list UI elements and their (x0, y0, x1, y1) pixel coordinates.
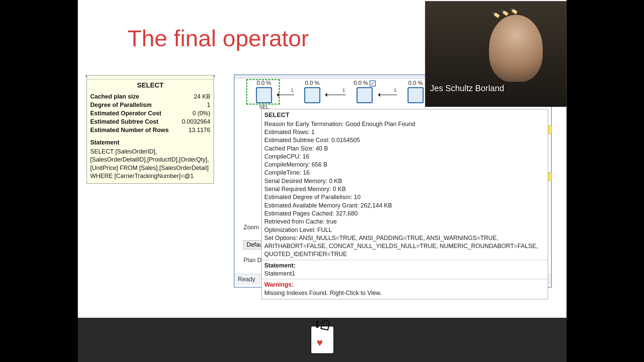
presenter-silhouette (489, 15, 543, 82)
operator-cost-pct: 0.0 % (292, 80, 332, 86)
tooltip-row-key: Estimated Number of Rows (90, 127, 169, 134)
tooltip-row: Estimated Operator Cost0 (0%) (87, 109, 214, 118)
details-line: Estimated Subtree Cost: 0.0164505 (262, 136, 548, 144)
details-line: CompileCPU: 16 (262, 153, 548, 161)
details-header: SELECT (262, 109, 548, 120)
details-line: Estimated Pages Cached: 327,680 (262, 209, 548, 218)
webcam-overlay: 🏷️ 🏷️ 🏷️ Jes Schultz Borland (425, 1, 567, 107)
details-line: Retrieved from Cache: true (262, 218, 548, 226)
details-warnings-label: Warnings: (262, 281, 548, 289)
zoom-label: Zoom (244, 224, 259, 231)
details-line: Estimated Available Memory Grant: 262,14… (262, 201, 548, 209)
tooltip-row-value: 0 (0%) (193, 110, 210, 117)
details-line: Estimated Rows: 1 (262, 128, 548, 136)
tooltip-row-value: 24 KB (194, 93, 210, 100)
operator-icon (357, 87, 373, 103)
select-operator-icon (256, 87, 272, 103)
footer-bar: ♥ (78, 318, 567, 362)
plan-arrow: 1 (379, 95, 397, 95)
details-line: Optimization Level: FULL (262, 226, 548, 234)
operator-cost-pct: 0.0 % (344, 80, 385, 86)
details-line: CompileTime: 16 (262, 169, 548, 177)
plan-arrow: 1 (277, 95, 294, 95)
operator-tooltip: SELECT Cached plan size24 KBDegree of Pa… (87, 75, 214, 184)
operator-details-tooltip: SELECT Reason for Early Termination: Goo… (261, 109, 548, 299)
plan-arrow: 1 (326, 95, 346, 95)
plan-operator[interactable]: 0.0 % (292, 80, 332, 103)
tooltip-row-key: Degree of Parallelism (90, 102, 152, 109)
tooltip-row: Cached plan size24 KB (87, 93, 214, 101)
details-line: Serial Desired Memory: 0 KB (262, 177, 548, 185)
details-line: Serial Required Memory: 0 KB (262, 185, 548, 193)
tooltip-statement-body: SELECT [SalesOrderID],[SalesOrderDetailI… (87, 147, 214, 183)
tooltip-header: SELECT (87, 79, 214, 93)
tooltip-row-key: Estimated Operator Cost (90, 110, 161, 117)
checkmark-icon (370, 80, 376, 86)
details-statement-label: Statement: (264, 262, 296, 269)
details-line: Set Options: ANSI_NULLS=TRUE, ANSI_PADDI… (262, 234, 548, 258)
details-line: Cached Plan Size: 40 B (262, 144, 548, 153)
tooltip-cropped-row (87, 75, 214, 79)
truncated-tooltip-edge (548, 172, 552, 181)
tooltip-row-value: 1 (207, 102, 210, 109)
details-statement-value: Statement1 (262, 269, 548, 278)
plan-tab[interactable]: Plan D (244, 257, 262, 264)
details-line: Reason for Early Termination: Good Enoug… (262, 120, 548, 128)
tooltip-row-key: Estimated Subtree Cost (90, 118, 158, 125)
truncated-tooltip-edge (548, 125, 552, 134)
details-warnings-value: Missing Indexes Found. Right-Click to Vi… (262, 289, 548, 297)
details-line: Estimated Degree of Parallelism: 10 (262, 193, 548, 201)
presenter-name: Jes Schultz Borland (430, 83, 504, 93)
tooltip-statement-label: Statement (87, 134, 214, 147)
heart-icon: ♥ (317, 337, 323, 349)
operator-cost-pct: 0.0 % (244, 80, 284, 86)
pocket-logo: ♥ (311, 326, 333, 353)
separator (262, 279, 548, 279)
status-text: Ready (238, 276, 255, 283)
plan-operator[interactable]: 0.0 % (344, 80, 385, 103)
tooltip-row-key: Cached plan size (90, 93, 139, 100)
details-line: CompileMemory: 656 B (262, 161, 548, 169)
tooltip-row: Degree of Parallelism1 (87, 101, 214, 109)
separator (262, 260, 548, 260)
tooltip-row: Estimated Number of Rows13.1176 (87, 126, 214, 134)
operator-icon (408, 87, 424, 103)
tooltip-row: Estimated Subtree Cost0.0032964 (87, 118, 214, 126)
tooltip-row-value: 0.0032964 (182, 118, 210, 125)
operator-icon (304, 87, 320, 103)
slide-title: The final operator (127, 25, 309, 52)
tooltip-row-value: 13.1176 (189, 127, 210, 134)
